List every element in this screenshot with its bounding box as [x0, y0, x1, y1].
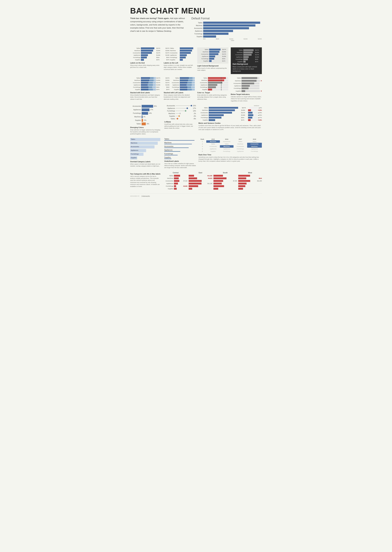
color-target-row: Accessories — [197, 82, 228, 84]
labels-end-row: Furnishings$92K — [130, 57, 161, 58]
underlined-row: Supplies — [164, 156, 196, 159]
bar — [208, 82, 222, 84]
div-bar — [142, 116, 143, 118]
bar-value: 14% — [149, 112, 152, 114]
rank-cell: Machines — [233, 143, 247, 145]
below-target-bars: TablesMachines×AccessoriesAppliancesFurn… — [231, 77, 262, 92]
bar — [141, 57, 147, 58]
bar — [141, 50, 153, 51]
color-target-chart: TablesMachinesAccessoriesAppliancesFurni… — [197, 77, 228, 102]
two-cat-value: $16,485 — [257, 180, 262, 182]
two-cat-row: -$619 — [238, 177, 262, 179]
default-bar-row: Accessories — [191, 27, 262, 29]
light-bg-row: Machines$189K — [198, 51, 227, 53]
dark-bg-row: Machines$189K — [233, 51, 260, 53]
two-cat-bar — [238, 188, 243, 190]
var-value: ▲0% — [259, 107, 262, 109]
default-bar — [203, 30, 233, 32]
stack-seg — [187, 89, 192, 90]
light-bg-bars: Tables$207KMachines$189KAccessories$167K… — [198, 49, 227, 62]
bar-label: Machines — [130, 80, 140, 81]
bar-label: Supplies — [198, 60, 209, 62]
bar — [208, 89, 212, 90]
rank-number: 3 — [198, 145, 206, 148]
bar-label: Machines — [170, 50, 179, 51]
two-cat-row — [213, 188, 237, 190]
two-cat-region: East-$11,025-$4,623$11,196 — [189, 172, 212, 190]
stack-value: $108K — [164, 84, 169, 86]
target-line — [221, 84, 221, 86]
bar-label: Furnishings — [233, 58, 243, 60]
underlined-row: Furnishings — [164, 153, 196, 155]
two-cat-row: Supplies — [164, 188, 187, 190]
stack-seg — [153, 89, 156, 90]
rank-cell: Tables — [220, 143, 233, 145]
bar-value: $92K — [222, 58, 227, 59]
twocat-label: Accessories — [164, 180, 173, 182]
bar-value: 2% — [143, 116, 145, 118]
bar-label: Supplies — [231, 90, 241, 92]
main-bar — [209, 114, 224, 116]
stack-seg — [192, 89, 195, 90]
stacked-row: $47KSupplies — [164, 89, 195, 90]
bar-label: Accessories — [170, 52, 179, 54]
underlined-label: Machines — [164, 142, 196, 144]
bar — [243, 61, 246, 63]
bar-label: Accessories — [130, 82, 140, 83]
lollipop-bars: Accessories25%Appliances17%Furnishings14… — [164, 105, 196, 120]
underlined-row: Machines — [164, 142, 196, 144]
underline-bar — [164, 140, 195, 141]
labels-left-row: $108KAppliances — [164, 54, 195, 56]
bar-label: Machines — [198, 109, 208, 111]
overlaid-label: Appliances — [131, 150, 138, 151]
bar — [209, 56, 215, 57]
bar-value: $167K — [222, 53, 227, 55]
rank-cell: Furnishings — [220, 150, 233, 153]
rank-year-header: Rank — [198, 138, 206, 140]
var-bar — [248, 117, 252, 118]
labels-end-row: Supplies$47K — [130, 59, 161, 61]
region-title: Central — [164, 172, 187, 174]
overlaid-label: Accessories — [131, 146, 139, 147]
bar-label: Supplies — [130, 59, 140, 61]
main-bar — [209, 117, 221, 118]
stack-seg — [192, 84, 195, 86]
bar-label: Machines — [197, 80, 207, 81]
underlined-label: Accessories — [164, 145, 196, 147]
bar — [180, 52, 191, 54]
axis-title: Sales — [191, 40, 262, 41]
div-bar — [142, 109, 149, 111]
lollipop-line — [176, 105, 191, 106]
underlined-title: Underlined Labels — [164, 160, 196, 162]
lollipop-dot — [185, 110, 186, 112]
default-bar-row: Machines — [191, 24, 262, 27]
bar-label: Accessories — [130, 105, 141, 107]
diverging-row: Accessories25% — [130, 105, 162, 108]
bar-label: Furnishings — [130, 112, 141, 114]
row3-charts: Accessories25%Appliances17%Furnishings14… — [130, 105, 262, 135]
stack-seg — [141, 77, 150, 79]
target-line — [221, 82, 221, 84]
labels-end-chart: Tables$207KMachines$189KAccessories$167K… — [130, 47, 161, 74]
rank-year-header: 2018 — [247, 138, 262, 140]
stack-value: $189K — [164, 80, 169, 81]
color-target-row: Appliances — [197, 84, 228, 86]
stack-seg — [188, 80, 192, 81]
region-title: South — [213, 172, 237, 174]
bar-value-left: $189K — [164, 50, 169, 51]
bar-value: $108K — [156, 54, 161, 56]
bar-value: $108K — [255, 56, 260, 58]
bar — [209, 49, 221, 51]
bar — [243, 54, 252, 56]
bar-value: 25% — [154, 105, 157, 107]
two-cat-row — [213, 177, 237, 179]
bar — [141, 54, 148, 56]
two-cat-title: Two Categories with Min & Max labels — [130, 173, 161, 175]
bar-label: Tables — [233, 49, 243, 51]
bar-label: Accessories — [198, 112, 208, 113]
two-cat-grid: CentralTablesMachinesAccessories$7,252Ap… — [164, 172, 262, 190]
bar — [243, 56, 249, 58]
diverging-chart: Accessories25%Appliances17%Furnishings14… — [130, 105, 162, 135]
bar-label: Furnishings — [130, 57, 140, 58]
default-format-title: Default Format — [191, 17, 262, 20]
